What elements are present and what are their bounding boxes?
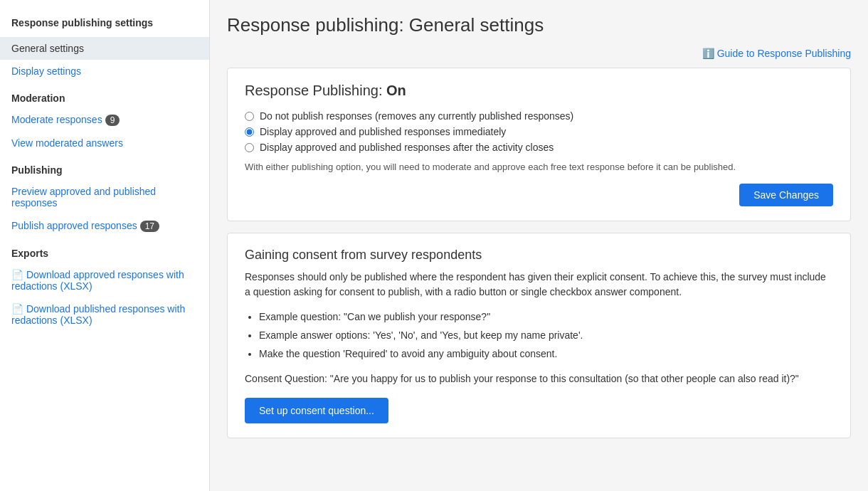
- moderate-responses-badge: 9: [105, 115, 120, 126]
- radio-display-immediately[interactable]: [245, 127, 254, 137]
- consent-body-text: Responses should only be published where…: [245, 270, 833, 300]
- radio-label-display-after-close[interactable]: Display approved and published responses…: [260, 142, 554, 153]
- sidebar-item-display-settings[interactable]: Display settings: [0, 60, 209, 83]
- sidebar-link-download-published[interactable]: 📄 Download published responses with reda…: [0, 297, 209, 332]
- consent-bullet-list: Example question: "Can we publish your r…: [259, 310, 833, 361]
- radio-item-do-not-publish: Do not publish responses (removes any cu…: [245, 110, 833, 122]
- publish-approved-badge: 17: [140, 221, 159, 232]
- sidebar-link-preview-approved[interactable]: Preview approved and published responses: [0, 180, 209, 214]
- sidebar-section-moderation: Moderation: [0, 83, 209, 108]
- sidebar-link-view-moderated-answers[interactable]: View moderated answers: [0, 132, 209, 154]
- radio-item-display-immediately: Display approved and published responses…: [245, 126, 833, 137]
- consent-question-text: Consent Question: "Are you happy for us …: [245, 371, 833, 386]
- radio-group-publishing: Do not publish responses (removes any cu…: [245, 110, 833, 153]
- main-content: Response publishing: General settings ℹ️…: [210, 0, 868, 491]
- info-icon: ℹ️: [702, 48, 714, 59]
- sidebar-title: Response publishing settings: [0, 11, 209, 37]
- guide-link[interactable]: ℹ️ Guide to Response Publishing: [227, 48, 851, 59]
- bullet-item: Example answer options: 'Yes', 'No', and…: [259, 328, 833, 343]
- sidebar-link-download-approved[interactable]: 📄 Download approved responses with redac…: [0, 263, 209, 297]
- bullet-item: Example question: "Can we publish your r…: [259, 310, 833, 324]
- radio-do-not-publish[interactable]: [245, 112, 254, 121]
- file-icon: 📄: [11, 269, 26, 280]
- response-publishing-card: Response Publishing: On Do not publish r…: [227, 68, 851, 221]
- radio-label-display-immediately[interactable]: Display approved and published responses…: [260, 126, 506, 137]
- sidebar: Response publishing settings General set…: [0, 0, 210, 491]
- save-changes-button[interactable]: Save Changes: [739, 184, 833, 206]
- sidebar-section-publishing: Publishing: [0, 154, 209, 180]
- set-up-consent-button[interactable]: Set up consent question...: [245, 398, 388, 423]
- consent-card: Gaining consent from survey respondents …: [227, 233, 851, 438]
- publishing-hint: With either publishing option, you will …: [245, 162, 833, 172]
- save-btn-row: Save Changes: [245, 184, 833, 206]
- sidebar-link-publish-approved[interactable]: Publish approved responses17: [0, 214, 209, 238]
- radio-item-display-after-close: Display approved and published responses…: [245, 142, 833, 153]
- page-title: Response publishing: General settings: [227, 14, 851, 36]
- sidebar-item-general-settings[interactable]: General settings: [0, 37, 209, 60]
- bullet-item: Make the question 'Required' to avoid an…: [259, 347, 833, 361]
- sidebar-link-moderate-responses[interactable]: Moderate responses9: [0, 108, 209, 132]
- radio-label-do-not-publish[interactable]: Do not publish responses (removes any cu…: [260, 110, 573, 122]
- radio-display-after-close[interactable]: [245, 143, 254, 152]
- sidebar-section-exports: Exports: [0, 238, 209, 263]
- file-icon: 📄: [11, 303, 26, 315]
- response-publishing-title: Response Publishing: On: [245, 83, 833, 99]
- consent-card-title: Gaining consent from survey respondents: [245, 248, 833, 263]
